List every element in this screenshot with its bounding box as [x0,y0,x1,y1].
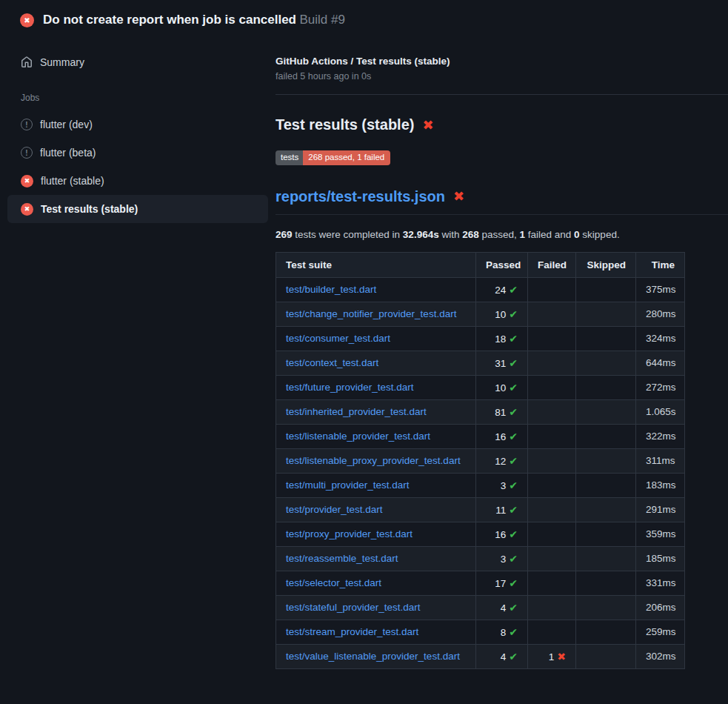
failed-icon: ✖ [21,203,33,216]
check-icon: ✔ [509,651,518,663]
skipped-cell [576,546,636,571]
x-icon: ✖ [557,651,566,663]
test-suite-link[interactable]: test/selector_test.dart [286,577,381,588]
sidebar-job-item[interactable]: ! flutter (beta) [7,139,268,167]
test-suite-cell: test/future_provider_test.dart [276,375,476,399]
test-suite-link[interactable]: test/listenable_proxy_provider_test.dart [286,455,461,466]
passed-cell: 16✔ [476,522,528,546]
table-header-row: Test suite Passed Failed Skipped Time [276,252,685,277]
col-time: Time [636,252,685,277]
summary-skipped: 0 [574,229,580,240]
failed-cell [528,326,576,351]
test-suite-cell: test/inherited_provider_test.dart [276,399,476,424]
sidebar-job-item[interactable]: ✖ flutter (stable) [7,167,268,195]
failed-x-icon: ✖ [453,190,464,203]
table-row: test/value_listenable_provider_test.dart… [276,644,685,668]
test-suite-cell: test/change_notifier_provider_test.dart [276,302,476,326]
check-icon: ✔ [509,504,518,516]
section-title: Test results (stable) ✖ [275,116,728,133]
test-suite-cell: test/provider_test.dart [276,497,476,522]
failed-cell [528,424,576,448]
test-suite-link[interactable]: test/consumer_test.dart [286,333,390,344]
passed-cell: 31✔ [476,351,528,375]
failed-cell [528,399,576,424]
failed-status-icon: ✖ [20,13,34,27]
summary-count: 269 [275,229,293,240]
time-cell: 206ms [636,595,685,620]
section-divider [275,94,728,95]
skipped-cell [576,277,636,302]
breadcrumb: GitHub Actions / Test results (stable) [275,56,728,67]
test-suite-link[interactable]: test/future_provider_test.dart [286,382,414,393]
check-icon: ✔ [509,357,518,369]
main-content: GitHub Actions / Test results (stable) f… [275,48,728,669]
table-row: test/listenable_provider_test.dart 16✔ 3… [276,424,685,448]
summary-sentence: 269 tests were completed in 32.964s with… [275,229,728,240]
test-suite-link[interactable]: test/builder_test.dart [286,284,376,295]
table-row: test/reassemble_test.dart 3✔ 185ms [276,546,685,571]
time-cell: 280ms [636,302,685,326]
skipped-cell [576,620,636,644]
test-suite-cell: test/context_test.dart [276,351,476,375]
table-row: test/inherited_provider_test.dart 81✔ 1.… [276,399,685,424]
col-passed: Passed [476,252,528,277]
report-file-link[interactable]: reports/test-results.json [275,188,445,205]
time-cell: 322ms [636,424,685,448]
failed-x-icon: ✖ [422,119,433,132]
passed-cell: 10✔ [476,375,528,399]
test-suite-link[interactable]: test/context_test.dart [286,357,378,368]
test-suite-link[interactable]: test/provider_test.dart [286,504,383,515]
test-suite-link[interactable]: test/proxy_provider_test.dart [286,528,413,539]
sidebar-item-summary[interactable]: Summary [7,48,268,76]
table-row: test/stateful_provider_test.dart 4✔ 206m… [276,595,685,620]
section-title-text: Test results (stable) [275,116,414,133]
test-suite-link[interactable]: test/change_notifier_provider_test.dart [286,308,456,319]
sidebar-job-item[interactable]: ✖ Test results (stable) [7,195,268,223]
test-suite-link[interactable]: test/listenable_provider_test.dart [286,431,430,442]
failed-icon: ✖ [21,175,33,187]
passed-cell: 81✔ [476,399,528,424]
time-cell: 183ms [636,473,685,497]
neutral-icon: ! [21,119,33,130]
table-row: test/provider_test.dart 11✔ 291ms [276,497,685,522]
time-cell: 331ms [636,571,685,595]
col-skipped: Skipped [576,252,636,277]
failed-cell [528,277,576,302]
sidebar-job-item[interactable]: ! flutter (dev) [7,110,268,139]
sidebar-job-label: Test results (stable) [41,203,138,215]
test-suite-link[interactable]: test/stateful_provider_test.dart [286,602,421,613]
passed-cell: 4✔ [476,644,528,668]
table-row: test/selector_test.dart 17✔ 331ms [276,571,685,595]
table-body: test/builder_test.dart 24✔ 375ms test/ch… [276,277,685,668]
passed-cell: 10✔ [476,302,528,326]
sidebar: Summary Jobs ! flutter (dev) ! flutter (… [0,48,275,223]
test-suite-link[interactable]: test/reassemble_test.dart [286,553,398,564]
test-suite-cell: test/selector_test.dart [276,571,476,595]
check-icon: ✔ [509,455,518,467]
test-suite-link[interactable]: test/stream_provider_test.dart [286,626,418,637]
table-row: test/multi_provider_test.dart 3✔ 183ms [276,473,685,497]
test-suite-cell: test/listenable_proxy_provider_test.dart [276,448,476,473]
check-icon: ✔ [509,479,518,491]
time-cell: 324ms [636,326,685,351]
check-icon: ✔ [509,333,518,345]
test-suite-link[interactable]: test/inherited_provider_test.dart [286,406,427,417]
failed-cell [528,351,576,375]
passed-cell: 8✔ [476,620,528,644]
table-row: test/consumer_test.dart 18✔ 324ms [276,326,685,351]
sidebar-summary-label: Summary [40,56,84,68]
skipped-cell [576,326,636,351]
check-icon: ✔ [509,553,518,565]
failed-cell [528,571,576,595]
test-suite-cell: test/value_listenable_provider_test.dart [276,644,476,668]
check-icon: ✔ [509,528,518,540]
test-suite-link[interactable]: test/value_listenable_provider_test.dart [286,651,460,662]
skipped-cell [576,644,636,668]
test-suite-link[interactable]: test/multi_provider_test.dart [286,479,410,491]
failed-cell [528,546,576,571]
col-failed: Failed [528,252,576,277]
failed-cell [528,473,576,497]
failed-cell [528,302,576,326]
test-suite-cell: test/multi_provider_test.dart [276,473,476,497]
test-suite-cell: test/stateful_provider_test.dart [276,595,476,620]
